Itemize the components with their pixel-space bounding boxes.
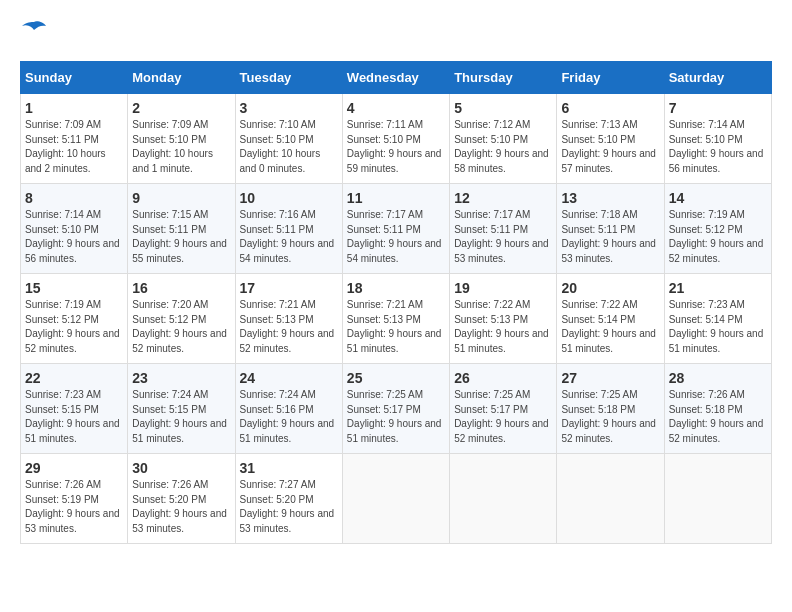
day-info: Sunrise: 7:14 AMSunset: 5:10 PMDaylight:… [669,119,764,174]
day-number: 22 [25,370,123,386]
day-cell: 21 Sunrise: 7:23 AMSunset: 5:14 PMDaylig… [664,274,771,364]
col-header-tuesday: Tuesday [235,62,342,94]
day-cell: 5 Sunrise: 7:12 AMSunset: 5:10 PMDayligh… [450,94,557,184]
day-number: 2 [132,100,230,116]
day-number: 25 [347,370,445,386]
day-cell: 12 Sunrise: 7:17 AMSunset: 5:11 PMDaylig… [450,184,557,274]
day-cell: 7 Sunrise: 7:14 AMSunset: 5:10 PMDayligh… [664,94,771,184]
day-number: 16 [132,280,230,296]
day-info: Sunrise: 7:18 AMSunset: 5:11 PMDaylight:… [561,209,656,264]
day-cell: 18 Sunrise: 7:21 AMSunset: 5:13 PMDaylig… [342,274,449,364]
week-row-3: 15 Sunrise: 7:19 AMSunset: 5:12 PMDaylig… [21,274,772,364]
day-number: 29 [25,460,123,476]
day-number: 6 [561,100,659,116]
day-info: Sunrise: 7:22 AMSunset: 5:14 PMDaylight:… [561,299,656,354]
day-info: Sunrise: 7:19 AMSunset: 5:12 PMDaylight:… [25,299,120,354]
day-info: Sunrise: 7:09 AMSunset: 5:11 PMDaylight:… [25,119,106,174]
day-cell: 4 Sunrise: 7:11 AMSunset: 5:10 PMDayligh… [342,94,449,184]
col-header-monday: Monday [128,62,235,94]
day-cell: 19 Sunrise: 7:22 AMSunset: 5:13 PMDaylig… [450,274,557,364]
day-cell: 6 Sunrise: 7:13 AMSunset: 5:10 PMDayligh… [557,94,664,184]
day-info: Sunrise: 7:20 AMSunset: 5:12 PMDaylight:… [132,299,227,354]
day-number: 9 [132,190,230,206]
day-cell: 10 Sunrise: 7:16 AMSunset: 5:11 PMDaylig… [235,184,342,274]
day-number: 4 [347,100,445,116]
day-cell: 1 Sunrise: 7:09 AMSunset: 5:11 PMDayligh… [21,94,128,184]
day-cell: 13 Sunrise: 7:18 AMSunset: 5:11 PMDaylig… [557,184,664,274]
day-cell [450,454,557,544]
day-info: Sunrise: 7:21 AMSunset: 5:13 PMDaylight:… [347,299,442,354]
day-cell: 16 Sunrise: 7:20 AMSunset: 5:12 PMDaylig… [128,274,235,364]
day-info: Sunrise: 7:16 AMSunset: 5:11 PMDaylight:… [240,209,335,264]
day-cell: 31 Sunrise: 7:27 AMSunset: 5:20 PMDaylig… [235,454,342,544]
day-number: 10 [240,190,338,206]
day-info: Sunrise: 7:26 AMSunset: 5:20 PMDaylight:… [132,479,227,534]
day-info: Sunrise: 7:13 AMSunset: 5:10 PMDaylight:… [561,119,656,174]
day-number: 17 [240,280,338,296]
day-info: Sunrise: 7:17 AMSunset: 5:11 PMDaylight:… [347,209,442,264]
day-info: Sunrise: 7:23 AMSunset: 5:14 PMDaylight:… [669,299,764,354]
day-number: 27 [561,370,659,386]
day-info: Sunrise: 7:09 AMSunset: 5:10 PMDaylight:… [132,119,213,174]
col-header-saturday: Saturday [664,62,771,94]
day-cell: 23 Sunrise: 7:24 AMSunset: 5:15 PMDaylig… [128,364,235,454]
day-info: Sunrise: 7:23 AMSunset: 5:15 PMDaylight:… [25,389,120,444]
calendar-header-row: SundayMondayTuesdayWednesdayThursdayFrid… [21,62,772,94]
day-number: 28 [669,370,767,386]
day-cell: 8 Sunrise: 7:14 AMSunset: 5:10 PMDayligh… [21,184,128,274]
day-info: Sunrise: 7:26 AMSunset: 5:19 PMDaylight:… [25,479,120,534]
col-header-wednesday: Wednesday [342,62,449,94]
day-info: Sunrise: 7:11 AMSunset: 5:10 PMDaylight:… [347,119,442,174]
day-info: Sunrise: 7:24 AMSunset: 5:15 PMDaylight:… [132,389,227,444]
day-number: 24 [240,370,338,386]
day-cell: 26 Sunrise: 7:25 AMSunset: 5:17 PMDaylig… [450,364,557,454]
day-info: Sunrise: 7:25 AMSunset: 5:17 PMDaylight:… [454,389,549,444]
day-cell [342,454,449,544]
calendar-table: SundayMondayTuesdayWednesdayThursdayFrid… [20,61,772,544]
col-header-friday: Friday [557,62,664,94]
day-cell: 2 Sunrise: 7:09 AMSunset: 5:10 PMDayligh… [128,94,235,184]
week-row-5: 29 Sunrise: 7:26 AMSunset: 5:19 PMDaylig… [21,454,772,544]
day-cell: 3 Sunrise: 7:10 AMSunset: 5:10 PMDayligh… [235,94,342,184]
day-info: Sunrise: 7:25 AMSunset: 5:18 PMDaylight:… [561,389,656,444]
day-cell: 17 Sunrise: 7:21 AMSunset: 5:13 PMDaylig… [235,274,342,364]
day-number: 31 [240,460,338,476]
day-number: 23 [132,370,230,386]
day-info: Sunrise: 7:14 AMSunset: 5:10 PMDaylight:… [25,209,120,264]
day-cell: 14 Sunrise: 7:19 AMSunset: 5:12 PMDaylig… [664,184,771,274]
day-number: 7 [669,100,767,116]
day-cell: 20 Sunrise: 7:22 AMSunset: 5:14 PMDaylig… [557,274,664,364]
day-info: Sunrise: 7:25 AMSunset: 5:17 PMDaylight:… [347,389,442,444]
day-info: Sunrise: 7:24 AMSunset: 5:16 PMDaylight:… [240,389,335,444]
day-number: 20 [561,280,659,296]
logo-text [20,20,46,45]
day-info: Sunrise: 7:27 AMSunset: 5:20 PMDaylight:… [240,479,335,534]
day-number: 13 [561,190,659,206]
day-number: 26 [454,370,552,386]
day-info: Sunrise: 7:17 AMSunset: 5:11 PMDaylight:… [454,209,549,264]
day-cell: 30 Sunrise: 7:26 AMSunset: 5:20 PMDaylig… [128,454,235,544]
day-cell: 15 Sunrise: 7:19 AMSunset: 5:12 PMDaylig… [21,274,128,364]
logo-bird-icon [22,20,46,40]
day-number: 19 [454,280,552,296]
day-number: 8 [25,190,123,206]
day-number: 3 [240,100,338,116]
day-cell: 27 Sunrise: 7:25 AMSunset: 5:18 PMDaylig… [557,364,664,454]
day-number: 15 [25,280,123,296]
day-number: 1 [25,100,123,116]
day-cell: 29 Sunrise: 7:26 AMSunset: 5:19 PMDaylig… [21,454,128,544]
day-number: 21 [669,280,767,296]
day-number: 30 [132,460,230,476]
day-info: Sunrise: 7:19 AMSunset: 5:12 PMDaylight:… [669,209,764,264]
day-number: 14 [669,190,767,206]
day-info: Sunrise: 7:26 AMSunset: 5:18 PMDaylight:… [669,389,764,444]
day-number: 5 [454,100,552,116]
day-cell [664,454,771,544]
day-cell: 24 Sunrise: 7:24 AMSunset: 5:16 PMDaylig… [235,364,342,454]
day-number: 12 [454,190,552,206]
day-number: 18 [347,280,445,296]
day-info: Sunrise: 7:21 AMSunset: 5:13 PMDaylight:… [240,299,335,354]
day-cell: 11 Sunrise: 7:17 AMSunset: 5:11 PMDaylig… [342,184,449,274]
page-header [20,20,772,45]
day-cell: 22 Sunrise: 7:23 AMSunset: 5:15 PMDaylig… [21,364,128,454]
